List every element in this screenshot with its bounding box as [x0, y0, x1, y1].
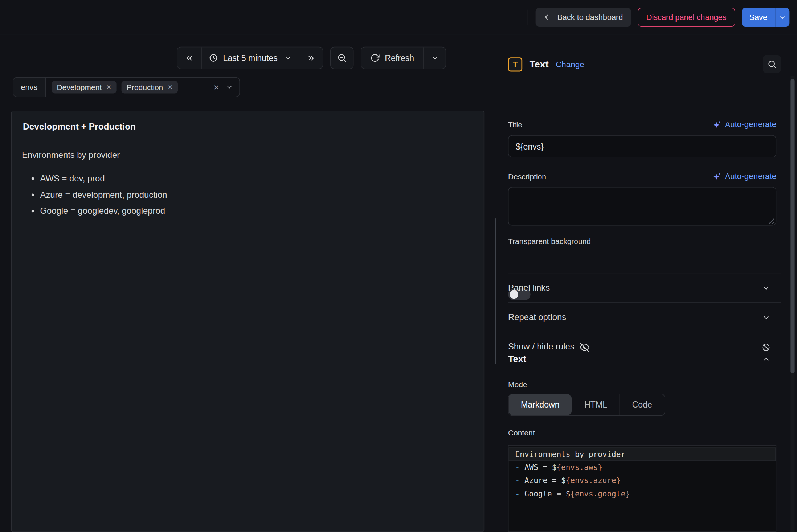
time-toolbar: Last 5 minutes Refresh [177, 47, 446, 69]
sparkle-icon [713, 172, 722, 181]
refresh-interval-button[interactable] [423, 47, 446, 69]
code-line[interactable]: - Google = ${envs.google} [508, 487, 776, 500]
back-button-label: Back to dashboard [557, 12, 623, 21]
save-button-group: Save [742, 7, 790, 26]
variable-chip[interactable]: Production✕ [122, 81, 178, 94]
mode-radio-group: MarkdownHTMLCode [508, 394, 665, 416]
panel-title-input[interactable] [508, 135, 776, 157]
panel-title: Development + Production [23, 122, 474, 132]
visualization-header: T Text Change [508, 56, 781, 73]
panel-options-pane: T Text Change Title Auto-generate Descri… [508, 34, 781, 532]
time-range-label: Last 5 minutes [223, 53, 278, 63]
variable-actions: ✕ [213, 83, 233, 91]
template-variable-control: envs Development✕Production✕ ✕ [13, 77, 240, 97]
top-bar: Back to dashboard Discard panel changes … [0, 0, 797, 34]
save-options-button[interactable] [775, 7, 790, 26]
panel-bullet: Google = googledev, googleprod [40, 203, 474, 220]
remove-chip-icon[interactable]: ✕ [106, 83, 111, 91]
description-field-row: Description Auto-generate [508, 172, 776, 181]
pane-splitter-handle[interactable] [495, 218, 496, 364]
variable-chip[interactable]: Development✕ [52, 81, 116, 94]
autogenerate-label: Auto-generate [725, 172, 776, 181]
save-button[interactable]: Save [742, 7, 775, 26]
refresh-label: Refresh [385, 53, 414, 63]
arrow-left-icon [544, 13, 552, 21]
chevron-down-icon [285, 54, 292, 62]
back-to-dashboard-button[interactable]: Back to dashboard [535, 7, 631, 26]
autogenerate-label: Auto-generate [725, 120, 776, 129]
time-shift-forward-button[interactable] [299, 47, 323, 69]
panel-subtitle: Environments by provider [22, 150, 474, 160]
transparent-background-label: Transparent background [508, 237, 781, 245]
refresh-icon [371, 53, 380, 62]
variable-chips: Development✕Production✕ [52, 81, 178, 94]
code-line[interactable]: - Azure = ${envs.azure} [508, 474, 776, 487]
panel-bullet: AWS = dev, prod [40, 171, 474, 187]
description-label: Description [508, 172, 546, 181]
text-section-title: Text [508, 354, 526, 364]
mode-html-button[interactable]: HTML [572, 394, 619, 415]
sparkle-icon [713, 120, 722, 129]
chip-label: Production [127, 83, 163, 91]
time-range-group: Last 5 minutes [177, 47, 323, 69]
clock-icon [209, 53, 218, 62]
topbar-divider [527, 9, 527, 25]
title-autogenerate-link[interactable]: Auto-generate [713, 120, 777, 129]
chevron-down-icon [762, 314, 770, 322]
panel-bullet-list: AWS = dev, prodAzure = development, prod… [22, 171, 474, 219]
chevron-up-icon [762, 355, 770, 363]
change-visualization-link[interactable]: Change [556, 60, 584, 69]
panel-preview: Development + Production Environments by… [11, 111, 484, 532]
time-range-picker[interactable]: Last 5 minutes [201, 47, 299, 69]
search-options-button[interactable] [763, 55, 781, 73]
chevron-down-icon [762, 284, 770, 292]
mode-code-button[interactable]: Code [620, 394, 665, 415]
visualization-type-label: Text [530, 59, 549, 70]
mode-markdown-button[interactable]: Markdown [508, 394, 572, 415]
remove-chip-icon[interactable]: ✕ [168, 83, 173, 91]
clear-selection-icon[interactable]: ✕ [213, 83, 219, 91]
panel-bullet: Azure = development, production [40, 187, 474, 203]
content-label: Content [508, 428, 781, 437]
repeat-options-section[interactable]: Repeat options [508, 303, 781, 332]
repeat-options-label: Repeat options [508, 312, 566, 323]
chevron-down-icon[interactable] [225, 83, 233, 91]
description-autogenerate-link[interactable]: Auto-generate [713, 172, 777, 181]
variable-name-label: envs [13, 77, 46, 97]
panel-description-textarea[interactable] [508, 187, 776, 225]
panel-links-label: Panel links [508, 283, 550, 293]
zoom-out-time-button[interactable] [330, 47, 353, 69]
code-line[interactable]: Environments by provider [508, 447, 776, 461]
text-options-section-header[interactable]: Text [508, 349, 781, 369]
chevrons-left-icon [185, 54, 194, 62]
text-panel-icon: T [508, 57, 522, 71]
save-button-label: Save [749, 12, 767, 21]
mode-label: Mode [508, 380, 781, 389]
chip-label: Development [57, 83, 102, 91]
search-icon [767, 59, 777, 69]
discard-button-label: Discard panel changes [646, 12, 727, 21]
time-shift-back-button[interactable] [177, 47, 201, 69]
zoom-out-icon [337, 53, 347, 63]
refresh-group: Refresh [361, 47, 446, 69]
content-code-editor[interactable]: Environments by provider- AWS = ${envs.a… [508, 445, 776, 532]
scrollbar-thumb[interactable] [790, 79, 794, 373]
variable-value-select[interactable]: Development✕Production✕ ✕ [46, 77, 240, 97]
discard-panel-changes-button[interactable]: Discard panel changes [638, 7, 735, 26]
code-line[interactable]: - AWS = ${envs.aws} [508, 461, 776, 474]
grafana-panel-editor: Back to dashboard Discard panel changes … [0, 0, 797, 532]
chevron-down-icon [431, 54, 438, 62]
chevron-down-icon [779, 13, 786, 21]
refresh-button[interactable]: Refresh [361, 47, 423, 69]
chevrons-right-icon [307, 54, 315, 62]
title-field-row: Title Auto-generate [508, 120, 776, 129]
title-label: Title [508, 120, 522, 129]
resize-grip-icon[interactable] [769, 218, 774, 224]
panel-links-section[interactable]: Panel links [508, 273, 781, 303]
